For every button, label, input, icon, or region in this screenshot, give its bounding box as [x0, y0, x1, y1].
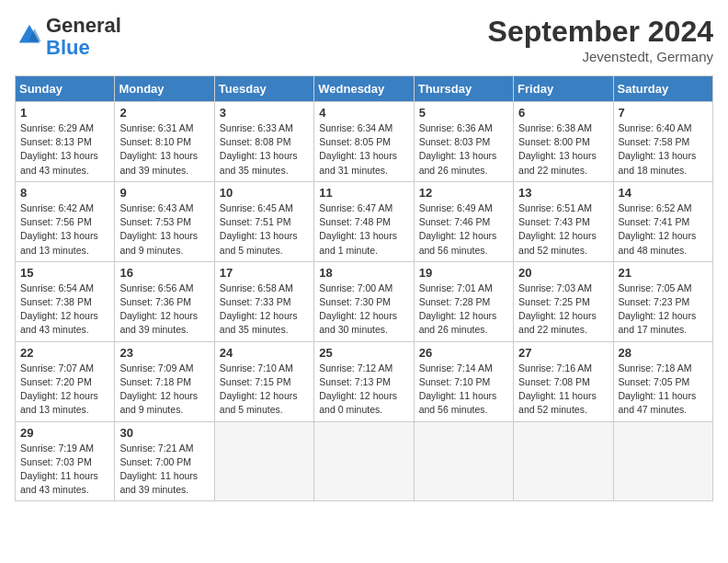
- day-info: Sunrise: 6:52 AM Sunset: 7:41 PM Dayligh…: [619, 201, 708, 258]
- day-number: 10: [220, 186, 309, 200]
- day-info: Sunrise: 7:14 AM Sunset: 7:10 PM Dayligh…: [419, 362, 508, 418]
- day-number: 19: [419, 266, 508, 280]
- day-info: Sunrise: 7:21 AM Sunset: 7:00 PM Dayligh…: [119, 442, 209, 498]
- calendar-header-row: SundayMondayTuesdayWednesdayThursdayFrid…: [16, 76, 713, 102]
- day-info: Sunrise: 7:05 AM Sunset: 7:23 PM Dayligh…: [619, 282, 708, 338]
- day-number: 16: [119, 266, 209, 280]
- calendar-header-cell: Wednesday: [314, 76, 414, 102]
- calendar-day-cell: 22Sunrise: 7:07 AM Sunset: 7:20 PM Dayli…: [16, 341, 115, 421]
- calendar-day-cell: [613, 421, 712, 501]
- day-info: Sunrise: 6:31 AM Sunset: 8:10 PM Dayligh…: [119, 121, 209, 178]
- calendar-header-cell: Monday: [115, 76, 214, 102]
- calendar-day-cell: 28Sunrise: 7:18 AM Sunset: 7:05 PM Dayli…: [613, 341, 712, 421]
- day-number: 14: [619, 186, 708, 200]
- calendar-day-cell: 6Sunrise: 6:38 AM Sunset: 8:00 PM Daylig…: [514, 102, 613, 182]
- day-number: 11: [319, 186, 408, 200]
- calendar-header-cell: Tuesday: [214, 76, 313, 102]
- calendar-day-cell: 2Sunrise: 6:31 AM Sunset: 8:10 PM Daylig…: [115, 102, 214, 182]
- calendar-week-row: 22Sunrise: 7:07 AM Sunset: 7:20 PM Dayli…: [16, 341, 713, 421]
- logo: General Blue: [15, 15, 121, 59]
- calendar-week-row: 1Sunrise: 6:29 AM Sunset: 8:13 PM Daylig…: [16, 102, 713, 182]
- calendar-day-cell: 26Sunrise: 7:14 AM Sunset: 7:10 PM Dayli…: [414, 341, 513, 421]
- calendar-header-cell: Thursday: [414, 76, 513, 102]
- calendar-day-cell: 27Sunrise: 7:16 AM Sunset: 7:08 PM Dayli…: [514, 341, 613, 421]
- day-info: Sunrise: 7:16 AM Sunset: 7:08 PM Dayligh…: [518, 362, 608, 418]
- calendar-day-cell: 17Sunrise: 6:58 AM Sunset: 7:33 PM Dayli…: [214, 261, 313, 341]
- day-info: Sunrise: 7:10 AM Sunset: 7:15 PM Dayligh…: [220, 362, 309, 418]
- day-info: Sunrise: 6:36 AM Sunset: 8:03 PM Dayligh…: [419, 121, 508, 178]
- day-info: Sunrise: 6:34 AM Sunset: 8:05 PM Dayligh…: [319, 121, 408, 178]
- calendar-day-cell: 4Sunrise: 6:34 AM Sunset: 8:05 PM Daylig…: [314, 102, 414, 182]
- day-number: 20: [518, 266, 608, 280]
- day-number: 2: [119, 106, 209, 120]
- day-info: Sunrise: 7:03 AM Sunset: 7:25 PM Dayligh…: [518, 282, 608, 338]
- day-number: 25: [319, 346, 408, 360]
- day-number: 22: [20, 346, 109, 360]
- day-number: 9: [119, 186, 209, 200]
- calendar-day-cell: 13Sunrise: 6:51 AM Sunset: 7:43 PM Dayli…: [514, 181, 613, 261]
- day-info: Sunrise: 7:18 AM Sunset: 7:05 PM Dayligh…: [619, 362, 708, 418]
- day-number: 5: [419, 106, 508, 120]
- calendar-day-cell: 9Sunrise: 6:43 AM Sunset: 7:53 PM Daylig…: [115, 181, 214, 261]
- calendar-day-cell: 12Sunrise: 6:49 AM Sunset: 7:46 PM Dayli…: [414, 181, 513, 261]
- day-info: Sunrise: 7:19 AM Sunset: 7:03 PM Dayligh…: [20, 442, 109, 498]
- day-number: 23: [119, 346, 209, 360]
- day-info: Sunrise: 6:42 AM Sunset: 7:56 PM Dayligh…: [20, 201, 109, 258]
- day-info: Sunrise: 6:38 AM Sunset: 8:00 PM Dayligh…: [518, 121, 608, 178]
- day-info: Sunrise: 6:49 AM Sunset: 7:46 PM Dayligh…: [419, 201, 508, 258]
- day-number: 12: [419, 186, 508, 200]
- page-header: General Blue September 2024 Jevenstedt, …: [15, 15, 713, 64]
- day-info: Sunrise: 7:07 AM Sunset: 7:20 PM Dayligh…: [20, 362, 109, 418]
- calendar-day-cell: 10Sunrise: 6:45 AM Sunset: 7:51 PM Dayli…: [214, 181, 313, 261]
- day-number: 28: [619, 346, 708, 360]
- calendar-week-row: 8Sunrise: 6:42 AM Sunset: 7:56 PM Daylig…: [16, 181, 713, 261]
- calendar-week-row: 29Sunrise: 7:19 AM Sunset: 7:03 PM Dayli…: [16, 421, 713, 501]
- calendar-day-cell: 14Sunrise: 6:52 AM Sunset: 7:41 PM Dayli…: [613, 181, 712, 261]
- day-number: 30: [119, 426, 209, 440]
- calendar-table: SundayMondayTuesdayWednesdayThursdayFrid…: [15, 75, 713, 501]
- calendar-day-cell: 1Sunrise: 6:29 AM Sunset: 8:13 PM Daylig…: [16, 102, 115, 182]
- calendar-day-cell: 11Sunrise: 6:47 AM Sunset: 7:48 PM Dayli…: [314, 181, 414, 261]
- day-info: Sunrise: 6:47 AM Sunset: 7:48 PM Dayligh…: [319, 201, 408, 258]
- day-number: 1: [20, 106, 109, 120]
- month-title: September 2024: [488, 15, 713, 49]
- day-number: 3: [220, 106, 309, 120]
- day-info: Sunrise: 7:01 AM Sunset: 7:28 PM Dayligh…: [419, 282, 508, 338]
- calendar-day-cell: [314, 421, 414, 501]
- day-number: 18: [319, 266, 408, 280]
- calendar-week-row: 15Sunrise: 6:54 AM Sunset: 7:38 PM Dayli…: [16, 261, 713, 341]
- day-number: 21: [619, 266, 708, 280]
- calendar-body: 1Sunrise: 6:29 AM Sunset: 8:13 PM Daylig…: [16, 102, 713, 501]
- calendar-day-cell: 18Sunrise: 7:00 AM Sunset: 7:30 PM Dayli…: [314, 261, 414, 341]
- calendar-header-cell: Sunday: [16, 76, 115, 102]
- logo-text: General Blue: [46, 15, 121, 59]
- calendar-day-cell: 5Sunrise: 6:36 AM Sunset: 8:03 PM Daylig…: [414, 102, 513, 182]
- calendar-day-cell: 3Sunrise: 6:33 AM Sunset: 8:08 PM Daylig…: [214, 102, 313, 182]
- day-number: 17: [220, 266, 309, 280]
- day-number: 29: [20, 426, 109, 440]
- calendar-day-cell: 23Sunrise: 7:09 AM Sunset: 7:18 PM Dayli…: [115, 341, 214, 421]
- calendar-day-cell: 7Sunrise: 6:40 AM Sunset: 7:58 PM Daylig…: [613, 102, 712, 182]
- day-info: Sunrise: 7:00 AM Sunset: 7:30 PM Dayligh…: [319, 282, 408, 338]
- day-info: Sunrise: 6:51 AM Sunset: 7:43 PM Dayligh…: [518, 201, 608, 258]
- day-number: 8: [20, 186, 109, 200]
- day-number: 27: [518, 346, 608, 360]
- day-info: Sunrise: 6:54 AM Sunset: 7:38 PM Dayligh…: [20, 282, 109, 338]
- day-info: Sunrise: 6:58 AM Sunset: 7:33 PM Dayligh…: [220, 282, 309, 338]
- day-number: 24: [220, 346, 309, 360]
- day-number: 26: [419, 346, 508, 360]
- calendar-day-cell: [414, 421, 513, 501]
- calendar-day-cell: 16Sunrise: 6:56 AM Sunset: 7:36 PM Dayli…: [115, 261, 214, 341]
- calendar-day-cell: [514, 421, 613, 501]
- day-info: Sunrise: 7:12 AM Sunset: 7:13 PM Dayligh…: [319, 362, 408, 418]
- calendar-day-cell: 29Sunrise: 7:19 AM Sunset: 7:03 PM Dayli…: [16, 421, 115, 501]
- day-info: Sunrise: 6:45 AM Sunset: 7:51 PM Dayligh…: [220, 201, 309, 258]
- calendar-day-cell: 21Sunrise: 7:05 AM Sunset: 7:23 PM Dayli…: [613, 261, 712, 341]
- calendar-day-cell: 25Sunrise: 7:12 AM Sunset: 7:13 PM Dayli…: [314, 341, 414, 421]
- day-info: Sunrise: 6:43 AM Sunset: 7:53 PM Dayligh…: [119, 201, 209, 258]
- calendar-day-cell: 24Sunrise: 7:10 AM Sunset: 7:15 PM Dayli…: [214, 341, 313, 421]
- day-info: Sunrise: 6:29 AM Sunset: 8:13 PM Dayligh…: [20, 121, 109, 178]
- calendar-header-cell: Friday: [514, 76, 613, 102]
- day-number: 6: [518, 106, 608, 120]
- day-info: Sunrise: 6:40 AM Sunset: 7:58 PM Dayligh…: [619, 121, 708, 178]
